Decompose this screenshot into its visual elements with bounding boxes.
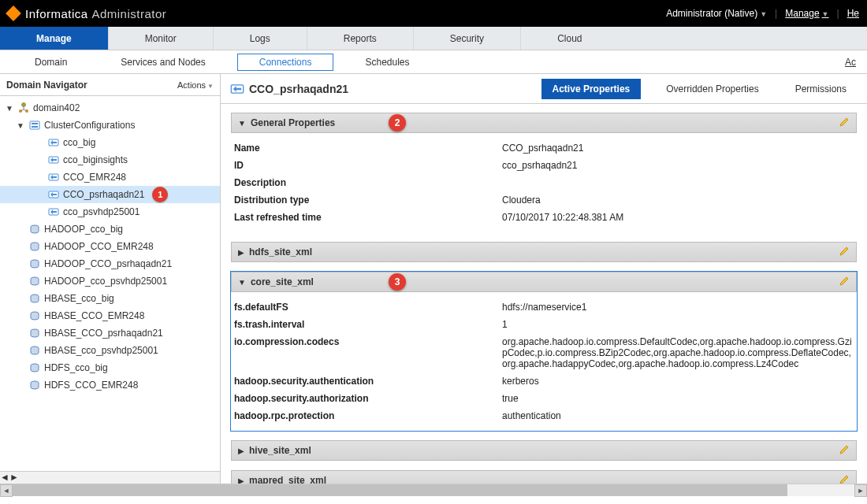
- domain-navigator: Domain Navigator Actions▼ ▼domain402▼Clu…: [0, 74, 221, 484]
- section-header-general[interactable]: ▼General Properties: [231, 113, 857, 133]
- callout-badge-3: 3: [389, 273, 406, 291]
- edit-icon[interactable]: [839, 474, 850, 484]
- property-value: 1: [502, 319, 854, 330]
- tree-item-hdfs-cco-emr248[interactable]: ▶HDFS_CCO_EMR248: [0, 376, 220, 394]
- tree-item-hbase-cco-emr248[interactable]: ▶HBASE_CCO_EMR248: [0, 307, 220, 324]
- main-tab-manage[interactable]: Manage: [0, 27, 109, 50]
- property-label: fs.defaultFS: [234, 302, 502, 313]
- section-expand-icon[interactable]: ▶: [238, 447, 244, 455]
- tree-expand-icon: ▶: [16, 329, 25, 338]
- property-label: hadoop.security.authentication: [234, 376, 502, 387]
- tree-item-hadoop-cco-emr248[interactable]: ▶HADOOP_CCO_EMR248: [0, 238, 220, 255]
- main-tab-security[interactable]: Security: [414, 27, 521, 50]
- tree-expand-icon: ▶: [16, 381, 25, 390]
- manage-menu[interactable]: Manage▼: [785, 8, 828, 19]
- scroll-right-arrow[interactable]: ►: [9, 472, 19, 484]
- property-label: Name: [234, 143, 502, 154]
- sub-tabs-overflow[interactable]: Ac: [845, 57, 867, 68]
- scroll-track[interactable]: [13, 484, 854, 496]
- brand-sub: Administrator: [91, 7, 166, 20]
- tree-item-cco-big[interactable]: ▶cco_big: [0, 134, 220, 151]
- tree-collapse-icon[interactable]: ▼: [5, 104, 14, 113]
- section-header-hive_site_xml[interactable]: ▶hive_site_xml: [231, 440, 857, 461]
- edit-icon[interactable]: [839, 276, 850, 289]
- tree-expand-icon: ▶: [16, 346, 25, 355]
- tree-item-cco-psrhaqadn21[interactable]: ▶CCO_psrhaqadn211: [0, 186, 220, 203]
- section-expand-icon[interactable]: ▶: [238, 248, 244, 257]
- section-title: mapred_site_xml: [249, 475, 326, 484]
- tree-item-label: HDFS_CCO_EMR248: [44, 380, 138, 391]
- tree-item-label: HBASE_CCO_psrhaqadn21: [44, 328, 163, 339]
- tree-item-label: ClusterConfigurations: [44, 120, 135, 131]
- tree-item-label: CCO_EMR248: [63, 172, 126, 183]
- scroll-left-arrow[interactable]: ◄: [0, 484, 13, 497]
- tree-item-hadoop-cco-big[interactable]: ▶HADOOP_cco_big: [0, 220, 220, 238]
- tree-item-cco-biginsights[interactable]: ▶cco_biginsights: [0, 151, 220, 169]
- tree-item-clusterconfigurations[interactable]: ▼ClusterConfigurations: [0, 117, 220, 134]
- property-label: Last refreshed time: [234, 212, 502, 223]
- scroll-right-arrow[interactable]: ►: [854, 484, 867, 497]
- property-value: hdfs://nameservice1: [502, 302, 854, 313]
- tree-expand-icon: ▶: [16, 243, 25, 251]
- cyl-icon: [28, 344, 41, 357]
- section-general: ▼General Properties2NameCCO_psrhaqadn21I…: [230, 112, 858, 233]
- tree-collapse-icon[interactable]: ▼: [16, 121, 25, 130]
- content: CCO_psrhaqadn21 Active PropertiesOverrid…: [221, 74, 867, 484]
- section-header-mapred_site_xml[interactable]: ▶mapred_site_xml: [231, 470, 857, 484]
- main-tabs: ManageMonitorLogsReportsSecurityCloud: [0, 27, 867, 50]
- panels[interactable]: ▼General Properties2NameCCO_psrhaqadn21I…: [221, 104, 867, 484]
- edit-icon[interactable]: [839, 246, 850, 259]
- nav-horizontal-scrollbar[interactable]: ◄ ►: [0, 471, 220, 484]
- property-value: [502, 177, 854, 188]
- tree-item-hbase-cco-big[interactable]: ▶HBASE_cco_big: [0, 290, 220, 307]
- edit-icon[interactable]: [839, 117, 850, 130]
- property-value: authentication: [502, 410, 854, 421]
- sub-tab-services-and-nodes[interactable]: Services and Nodes: [99, 54, 227, 71]
- main-tab-monitor[interactable]: Monitor: [109, 27, 214, 50]
- property-row: fs.defaultFShdfs://nameservice1: [234, 298, 854, 316]
- section-header-core_site_xml[interactable]: ▼core_site_xml: [231, 272, 857, 292]
- nav-actions-menu[interactable]: Actions▼: [177, 80, 214, 90]
- tree-item-hbase-cco-psvhdp25001[interactable]: ▶HBASE_cco_psvhdp25001: [0, 342, 220, 359]
- sub-tab-domain[interactable]: Domain: [13, 54, 89, 71]
- content-tab-active-properties[interactable]: Active Properties: [541, 79, 642, 99]
- section-header-hdfs_site_xml[interactable]: ▶hdfs_site_xml: [231, 242, 857, 262]
- cco-icon: [47, 154, 60, 166]
- tree-item-label: HADOOP_CCO_EMR248: [44, 241, 154, 252]
- user-menu[interactable]: Administrator (Native)▼: [666, 8, 767, 19]
- section-collapse-icon[interactable]: ▼: [238, 278, 246, 287]
- tree-item-hdfs-cco-big[interactable]: ▶HDFS_cco_big: [0, 359, 220, 376]
- content-tab-permissions[interactable]: Permissions: [784, 79, 858, 99]
- content-tabs: Active PropertiesOverridden PropertiesPe…: [541, 79, 858, 99]
- main-tab-logs[interactable]: Logs: [214, 27, 307, 50]
- main-tab-reports[interactable]: Reports: [307, 27, 414, 50]
- tree-item-cco-psvhdp25001[interactable]: ▶cco_psvhdp25001: [0, 203, 220, 220]
- tree-item-hbase-cco-psrhaqadn21[interactable]: ▶HBASE_CCO_psrhaqadn21: [0, 324, 220, 342]
- property-label: hadoop.security.authorization: [234, 393, 502, 404]
- chevron-down-icon: ▼: [822, 10, 829, 18]
- scroll-thumb[interactable]: [13, 484, 787, 496]
- tree-item-hadoop-cco-psvhdp25001[interactable]: ▶HADOOP_cco_psvhdp25001: [0, 272, 220, 290]
- property-value: CCO_psrhaqadn21: [502, 143, 854, 154]
- tree-item-domain402[interactable]: ▼domain402: [0, 99, 220, 117]
- section-body-general: NameCCO_psrhaqadn21IDcco_psrhaqadn21Desc…: [231, 133, 857, 232]
- sub-tab-connections[interactable]: Connections: [237, 54, 334, 71]
- tree-item-label: HADOOP_cco_big: [44, 224, 123, 235]
- section-collapse-icon[interactable]: ▼: [238, 119, 246, 128]
- main-tab-cloud[interactable]: Cloud: [521, 27, 618, 50]
- property-value: org.apache.hadoop.io.compress.DefaultCod…: [502, 336, 854, 369]
- edit-icon[interactable]: [839, 444, 850, 458]
- tree-item-cco-emr248[interactable]: ▶CCO_EMR248: [0, 169, 220, 186]
- content-tab-overridden-properties[interactable]: Overridden Properties: [655, 79, 769, 99]
- page-horizontal-scrollbar[interactable]: ◄ ►: [0, 484, 867, 496]
- section-title: core_site_xml: [251, 276, 314, 287]
- sub-tabs: DomainServices and NodesConnectionsSched…: [0, 50, 867, 74]
- sub-tab-schedules[interactable]: Schedules: [343, 54, 431, 71]
- scroll-left-arrow[interactable]: ◄: [0, 472, 9, 484]
- property-value: 07/10/2017 10:22:48.381 AM: [502, 212, 854, 223]
- page-title: CCO_psrhaqadn21: [249, 83, 348, 95]
- section-expand-icon[interactable]: ▶: [238, 476, 244, 484]
- separator: |: [775, 8, 777, 19]
- help-menu[interactable]: He: [847, 8, 859, 19]
- tree-item-hadoop-cco-psrhaqadn21[interactable]: ▶HADOOP_CCO_psrhaqadn21: [0, 255, 220, 272]
